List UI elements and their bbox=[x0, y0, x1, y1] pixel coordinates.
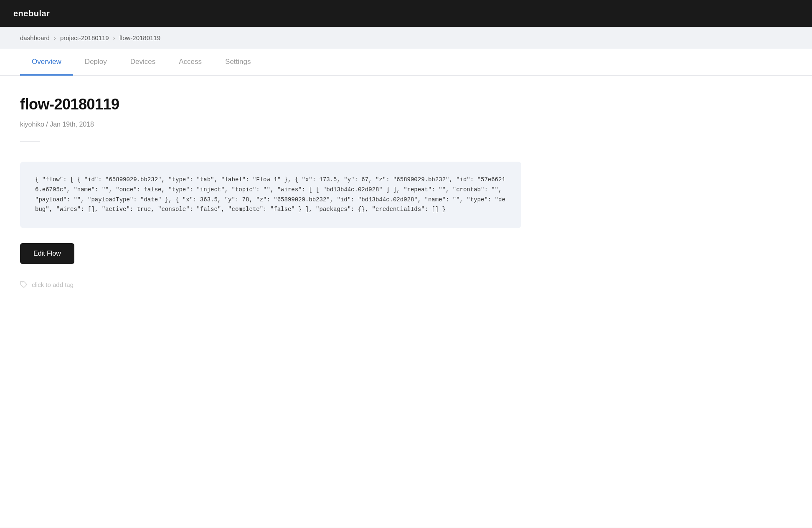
tab-devices[interactable]: Devices bbox=[119, 49, 167, 76]
add-tag-area[interactable]: click to add tag bbox=[20, 281, 792, 288]
breadcrumb-separator-2: › bbox=[113, 34, 115, 41]
flow-meta: kiyohiko / Jan 19th, 2018 bbox=[20, 121, 792, 128]
tag-icon bbox=[20, 281, 28, 288]
breadcrumb-separator-1: › bbox=[54, 34, 56, 41]
divider bbox=[20, 141, 40, 142]
flow-title: flow-20180119 bbox=[20, 96, 792, 113]
tab-deploy[interactable]: Deploy bbox=[73, 49, 119, 76]
flow-code-block: { "flow": [ { "id": "65899029.bb232", "t… bbox=[20, 162, 521, 228]
navbar: enebular bbox=[0, 0, 812, 27]
tab-overview[interactable]: Overview bbox=[20, 49, 73, 76]
breadcrumb-bar: dashboard › project-20180119 › flow-2018… bbox=[0, 27, 812, 49]
tab-settings[interactable]: Settings bbox=[213, 49, 262, 76]
breadcrumb: dashboard › project-20180119 › flow-2018… bbox=[20, 34, 792, 41]
breadcrumb-project[interactable]: project-20180119 bbox=[60, 34, 109, 41]
main-content: flow-20180119 kiyohiko / Jan 19th, 2018 … bbox=[0, 76, 812, 528]
breadcrumb-dashboard[interactable]: dashboard bbox=[20, 34, 50, 41]
add-tag-label: click to add tag bbox=[32, 281, 74, 288]
breadcrumb-flow[interactable]: flow-20180119 bbox=[119, 34, 160, 41]
brand-logo: enebular bbox=[13, 9, 50, 18]
edit-flow-button[interactable]: Edit Flow bbox=[20, 243, 74, 264]
tabs-bar: Overview Deploy Devices Access Settings bbox=[0, 49, 812, 76]
tab-access[interactable]: Access bbox=[167, 49, 213, 76]
